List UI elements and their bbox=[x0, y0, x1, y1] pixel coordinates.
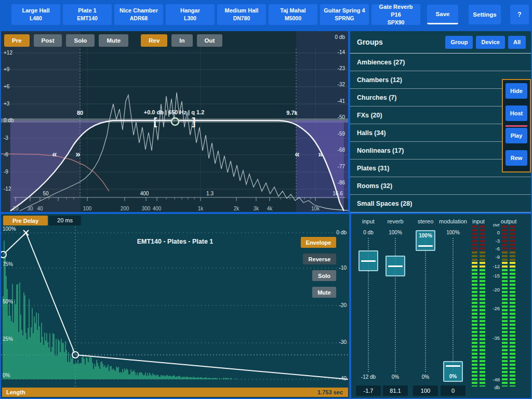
play-progress-marker bbox=[506, 125, 527, 127]
eq-toolbar: Pre Post Solo Mute Rev In Out bbox=[4, 34, 222, 47]
eq-in-button[interactable]: In bbox=[171, 34, 192, 47]
envelope-mode-button[interactable]: Envelope bbox=[301, 237, 336, 248]
band-high-out-chevron-icon[interactable]: » bbox=[318, 149, 323, 159]
stereo-slider-track[interactable] bbox=[425, 238, 426, 372]
db-axis-label: 0 db bbox=[4, 117, 14, 123]
rev-db-axis-label: -59 bbox=[338, 131, 345, 137]
groups-title: Groups bbox=[357, 38, 383, 46]
preset-line1: Guitar Spring 4 bbox=[324, 7, 365, 15]
freq-ruler-minor-ticks bbox=[49, 197, 311, 200]
group-filters: Group Device All bbox=[445, 36, 526, 49]
preset-plate-1[interactable]: Plate 1 EMT140 bbox=[63, 4, 112, 25]
preset-line1: Nice Chamber bbox=[119, 7, 158, 15]
band-low-in-chevron-icon[interactable]: » bbox=[75, 149, 80, 159]
output-meter-right bbox=[510, 225, 515, 387]
eq-band-handle[interactable] bbox=[171, 118, 179, 125]
modulation-value-box[interactable]: 0 bbox=[441, 385, 466, 396]
envelope-panel: 100% 75% 50% 25% 0% 0 db -10 -20 -30 -40… bbox=[1, 214, 349, 398]
app-root: Large Hall L480 Plate 1 EMT140 Nice Cham… bbox=[0, 0, 532, 399]
slider-min-label: -12 db bbox=[353, 374, 384, 380]
slider-min-label: 0% bbox=[410, 374, 441, 380]
preset-line2: L480 bbox=[30, 15, 42, 22]
help-button[interactable]: ? bbox=[510, 5, 529, 24]
filter-group-button[interactable]: Group bbox=[445, 36, 473, 49]
band-high-in-chevron-icon[interactable]: « bbox=[295, 149, 299, 159]
eq-rev-button[interactable]: Rev bbox=[141, 34, 167, 47]
reverb-value-box[interactable]: 81.1 bbox=[383, 385, 408, 396]
band-low-out-chevron-icon[interactable]: « bbox=[52, 149, 57, 159]
meter-scale-label: db bbox=[485, 384, 500, 390]
eq-out-button[interactable]: Out bbox=[197, 34, 223, 47]
preset-medium-hall[interactable]: Medium Hall DN780 bbox=[217, 4, 266, 25]
scale-row1-label: 400 bbox=[140, 191, 149, 196]
db-axis-label: -3 bbox=[4, 135, 8, 141]
eq-graph[interactable]: « » « » [ ] 80 9.7k +0.0 db | 650 Hz | q… bbox=[1, 31, 348, 212]
envelope-peak-marker[interactable] bbox=[23, 230, 29, 235]
reverse-button[interactable]: Reverse bbox=[303, 254, 336, 264]
preset-nice-chamber[interactable]: Nice Chamber ADR68 bbox=[114, 4, 163, 25]
eq-pre-button[interactable]: Pre bbox=[4, 34, 30, 47]
band-high-freq-label: 9.7k bbox=[286, 110, 298, 116]
freq-label: 3k bbox=[254, 206, 260, 211]
modulation-slider-handle[interactable]: 0% bbox=[443, 361, 463, 382]
modulation-slider-track[interactable] bbox=[453, 238, 454, 372]
freq-label: 40 bbox=[37, 206, 43, 211]
length-bar[interactable]: Length 1.753 sec bbox=[2, 388, 348, 397]
band-low-freq-label: 80 bbox=[77, 110, 83, 116]
input-value-box[interactable]: -1.7 bbox=[356, 385, 381, 396]
eq-mute-button[interactable]: Mute bbox=[99, 34, 128, 47]
settings-button[interactable]: Settings bbox=[469, 5, 501, 24]
env-solo-button[interactable]: Solo bbox=[312, 270, 336, 281]
filter-all-button[interactable]: All bbox=[508, 36, 526, 49]
preset-line1: Hangar bbox=[180, 7, 200, 15]
group-item-small-spaces[interactable]: Small Spaces (28) bbox=[350, 195, 531, 212]
filter-device-button[interactable]: Device bbox=[476, 36, 504, 49]
eq-q-bracket-right[interactable]: ] bbox=[192, 115, 196, 127]
input-slider-handle[interactable] bbox=[358, 250, 378, 271]
reverb-slider-handle[interactable] bbox=[385, 256, 405, 276]
group-item-rooms[interactable]: Rooms (32) bbox=[350, 177, 531, 195]
preset-line2: ADR68 bbox=[130, 15, 148, 22]
stereo-value-box[interactable]: 100 bbox=[413, 385, 438, 396]
hide-button[interactable]: Hide bbox=[506, 83, 527, 99]
envelope-buttons: Envelope Reverse Solo Mute bbox=[301, 237, 336, 298]
rew-button[interactable]: Rew bbox=[506, 150, 527, 166]
stereo-slider-handle[interactable]: 100% bbox=[416, 230, 435, 251]
save-button[interactable]: Save bbox=[427, 5, 458, 24]
predelay-button[interactable]: Pre Delay bbox=[3, 216, 48, 225]
group-item-ambiences[interactable]: Ambiences (27) bbox=[350, 54, 531, 71]
rev-db-axis-label: -14 bbox=[338, 49, 345, 55]
handle-line bbox=[418, 245, 433, 247]
preset-taj-mahal[interactable]: Taj Mahal M5000 bbox=[269, 4, 317, 25]
db-axis-label: +6 bbox=[4, 84, 9, 89]
db-axis-label: -9 bbox=[4, 169, 8, 175]
pct-axis-label: 0% bbox=[3, 373, 10, 378]
envelope-break-handle[interactable] bbox=[72, 352, 78, 358]
preset-hangar[interactable]: Hangar L300 bbox=[166, 4, 215, 25]
slider-max-label: 100% bbox=[437, 230, 469, 235]
predelay-value[interactable]: 20 ms bbox=[49, 216, 81, 225]
mixer-panel: input reverb stereo modulation input out… bbox=[351, 214, 531, 398]
preset-large-hall[interactable]: Large Hall L480 bbox=[11, 4, 60, 25]
env-mute-button[interactable]: Mute bbox=[312, 287, 336, 298]
rev-db-axis-label: -23 bbox=[338, 65, 345, 71]
freq-label: 1k bbox=[198, 206, 204, 211]
preset-gate-reverb-p16[interactable]: Gate Reverb P16 SPX90 bbox=[371, 4, 420, 25]
meter-scale-label: -20 bbox=[485, 287, 500, 292]
meter-scale-label: -15 bbox=[485, 273, 500, 278]
preset-line2: DN780 bbox=[233, 15, 250, 22]
host-button[interactable]: Host bbox=[506, 105, 527, 121]
eq-q-bracket-left[interactable]: [ bbox=[154, 115, 157, 127]
rev-db-axis-label: -77 bbox=[338, 164, 345, 169]
meter-scale-label: -12 bbox=[485, 263, 500, 269]
preset-guitar-spring-4[interactable]: Guitar Spring 4 SPRNG bbox=[320, 4, 369, 25]
envelope-start-handle[interactable] bbox=[1, 251, 6, 258]
scale-row1-label: 50 bbox=[43, 191, 49, 196]
length-value: 1.753 sec bbox=[317, 389, 348, 395]
play-button[interactable]: Play bbox=[506, 128, 527, 143]
eq-solo-button[interactable]: Solo bbox=[66, 34, 95, 47]
preset-line2: SPX90 bbox=[388, 19, 405, 26]
eq-post-button[interactable]: Post bbox=[34, 34, 62, 47]
handle-line bbox=[361, 260, 376, 262]
channel-header-reverb: reverb bbox=[379, 218, 412, 224]
